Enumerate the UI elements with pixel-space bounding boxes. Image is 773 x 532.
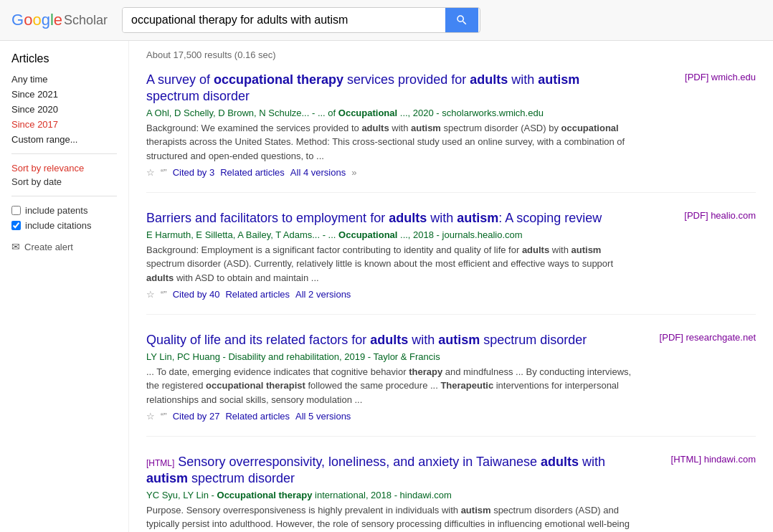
create-alert-button[interactable]: ✉ Create alert <box>11 241 117 252</box>
result-authors: YC Syu, LY Lin - Occupational therapy in… <box>146 490 634 500</box>
pdf-link[interactable]: [HTML] hindawi.com <box>671 454 756 465</box>
sidebar-filter-anytime[interactable]: Any time <box>11 74 117 85</box>
result-snippet: Background: Employment is a significant … <box>146 243 634 285</box>
include-citations-row: include citations <box>11 220 117 231</box>
cited-by-link[interactable]: Cited by 27 <box>173 411 220 422</box>
more-icon[interactable]: » <box>351 167 356 178</box>
star-icon[interactable]: ☆ <box>146 411 155 422</box>
result-main: A survey of occupational therapy service… <box>146 72 634 178</box>
include-citations-checkbox[interactable] <box>11 221 21 230</box>
pdf-link[interactable]: [PDF] researchgate.net <box>660 332 756 343</box>
include-patents-row: include patents <box>11 205 117 216</box>
sidebar-sort-date[interactable]: Sort by date <box>11 176 117 187</box>
result-snippet: Purpose. Sensory overresponsiveness is h… <box>146 503 634 532</box>
pdf-link[interactable]: [PDF] wmich.edu <box>685 72 756 82</box>
result-main: Barriers and facilitators to employment … <box>146 210 634 300</box>
sidebar-sort-relevance[interactable]: Sort by relevance <box>11 163 117 174</box>
cited-by-link[interactable]: Cited by 3 <box>173 167 215 178</box>
sidebar-filter-since-2017[interactable]: Since 2017 <box>11 119 117 130</box>
versions-link[interactable]: All 2 versions <box>295 289 351 300</box>
google-scholar-logo[interactable]: Google Scholar <box>11 11 108 29</box>
result-actions: ☆ “” Cited by 27 Related articles All 5 … <box>146 411 634 422</box>
related-articles-link[interactable]: Related articles <box>220 167 285 178</box>
related-articles-link[interactable]: Related articles <box>225 411 290 422</box>
search-icon <box>455 14 468 27</box>
result-snippet: Background: We examined the services pro… <box>146 121 634 163</box>
search-input[interactable] <box>123 8 445 32</box>
pdf-link[interactable]: [PDF] healio.com <box>684 210 756 221</box>
sidebar: Articles Any time Since 2021 Since 2020 … <box>0 41 129 532</box>
google-logo-text: Google <box>11 11 62 29</box>
result-title[interactable]: [HTML] Sensory overresponsivity, lonelin… <box>146 455 605 485</box>
sidebar-divider-2 <box>11 196 117 196</box>
header: Google Scholar <box>0 0 773 41</box>
cite-icon[interactable]: “” <box>161 289 167 300</box>
result-actions: ☆ “” Cited by 40 Related articles All 2 … <box>146 289 634 300</box>
result-title[interactable]: A survey of occupational therapy service… <box>146 72 579 103</box>
scholar-logo-text: Scholar <box>64 13 108 28</box>
result-actions: ☆ “” Cited by 3 Related articles All 4 v… <box>146 167 634 178</box>
result-item: Quality of life and its related factors … <box>146 332 756 437</box>
sidebar-filter-since-2020[interactable]: Since 2020 <box>11 104 117 115</box>
search-box <box>122 7 480 33</box>
sidebar-filter-since-2021[interactable]: Since 2021 <box>11 89 117 100</box>
results-count: About 17,500 results (0.16 sec) <box>146 49 756 60</box>
result-item: Barriers and facilitators to employment … <box>146 210 756 315</box>
result-authors: A Ohl, D Schelly, D Brown, N Schulze... … <box>146 108 634 118</box>
star-icon[interactable]: ☆ <box>146 167 155 178</box>
include-citations-label: include citations <box>25 220 92 231</box>
cite-icon[interactable]: “” <box>161 411 167 422</box>
mail-icon: ✉ <box>11 241 20 252</box>
main-layout: Articles Any time Since 2021 Since 2020 … <box>0 41 773 532</box>
related-articles-link[interactable]: Related articles <box>225 289 290 300</box>
result-item: A survey of occupational therapy service… <box>146 72 756 193</box>
create-alert-label: Create alert <box>24 242 73 252</box>
include-patents-checkbox[interactable] <box>11 206 21 215</box>
result-authors: E Harmuth, E Silletta, A Bailey, T Adams… <box>146 229 634 240</box>
result-title[interactable]: Quality of life and its related factors … <box>146 333 587 347</box>
results-area: About 17,500 results (0.16 sec) A survey… <box>129 41 773 532</box>
include-patents-label: include patents <box>25 205 87 216</box>
versions-link[interactable]: All 5 versions <box>295 411 351 422</box>
result-item: [HTML] Sensory overresponsivity, lonelin… <box>146 454 756 532</box>
result-main: [HTML] Sensory overresponsivity, lonelin… <box>146 454 634 532</box>
search-button[interactable] <box>445 8 478 32</box>
sidebar-section-title: Articles <box>11 52 117 65</box>
sidebar-filter-custom[interactable]: Custom range... <box>11 134 117 145</box>
result-main: Quality of life and its related factors … <box>146 332 634 422</box>
result-snippet: ... To date, emerging evidence indicates… <box>146 365 634 407</box>
result-title[interactable]: Barriers and facilitators to employment … <box>146 211 602 225</box>
versions-link[interactable]: All 4 versions <box>290 167 346 178</box>
result-authors: LY Lin, PC Huang - Disability and rehabi… <box>146 351 634 362</box>
cite-icon[interactable]: “” <box>161 167 167 178</box>
html-tag-label: [HTML] <box>146 458 174 468</box>
star-icon[interactable]: ☆ <box>146 289 155 300</box>
sidebar-divider <box>11 153 117 154</box>
cited-by-link[interactable]: Cited by 40 <box>173 289 220 300</box>
